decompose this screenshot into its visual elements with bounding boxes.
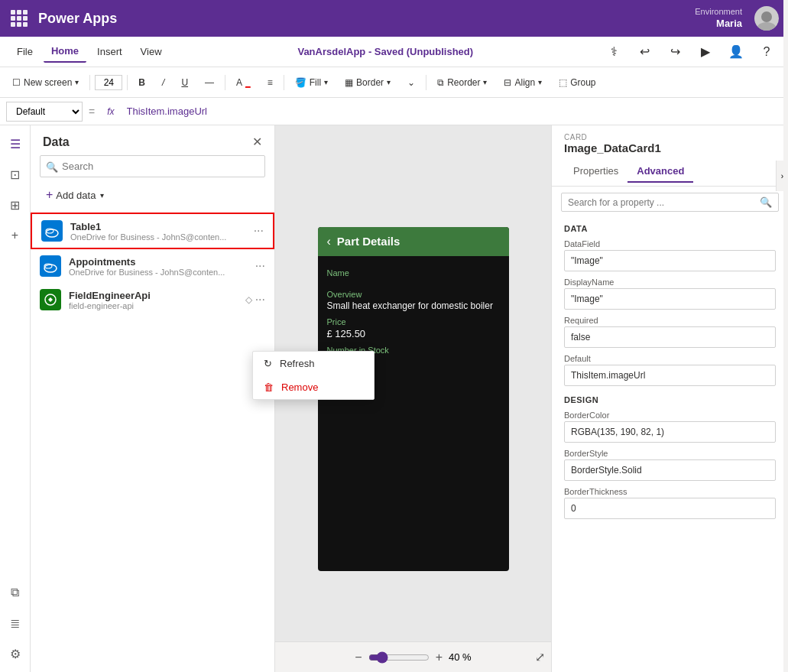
context-menu-refresh[interactable]: ↻ Refresh (253, 352, 374, 375)
search-input[interactable] (40, 155, 265, 177)
data-source-more-2[interactable]: ··· (255, 259, 265, 273)
main-layout: ☰ ⊡ ⊞ + ⧉ ≣ ⚙ Data ✕ 🔍 + Add data ▾ Ta (0, 125, 788, 672)
property-search-input[interactable] (568, 197, 755, 208)
prop-input-required[interactable] (564, 326, 776, 348)
field-overview-label: Overview (327, 290, 500, 299)
menu-right-icons: ⚕ ↩ ↪ ▶ 👤 ? (602, 40, 779, 64)
prop-input-borderthickness[interactable] (564, 498, 776, 519)
prop-name-datafield: DataField (564, 239, 776, 248)
font-color-button[interactable]: A_ (230, 74, 257, 91)
redo-icon[interactable]: ↪ (663, 40, 687, 64)
variables-icon[interactable]: ≣ (3, 611, 28, 635)
prop-input-bordercolor[interactable] (564, 421, 776, 443)
field-price-value: £ 125.50 (327, 328, 500, 339)
data-source-fieldapi[interactable]: FieldEngineerApi field-engineer-api ◇ ··… (31, 283, 274, 317)
property-selector[interactable]: Default (6, 102, 83, 122)
italic-button[interactable]: / (156, 74, 170, 91)
right-scrollbar[interactable] (783, 125, 788, 672)
prop-input-borderstyle[interactable] (564, 459, 776, 481)
data-source-sub-3: field-engineer-api (69, 301, 238, 310)
add-data-label: Add data (56, 190, 96, 201)
align-button[interactable]: ≡ (261, 74, 279, 91)
tab-advanced[interactable]: Advanced (627, 161, 693, 183)
waffle-icon[interactable] (9, 8, 29, 28)
zoom-slider[interactable] (368, 651, 430, 664)
data-source-sub-2: OneDrive for Business - JohnS@conten... (69, 268, 248, 277)
top-bar: Power Apps Environment Maria (0, 0, 788, 37)
debug-icon[interactable]: ⚕ (602, 40, 626, 64)
back-arrow-icon: ‹ (327, 235, 331, 248)
add-data-button[interactable]: + Add data ▾ (40, 183, 265, 206)
field-name-label: Name (327, 268, 500, 278)
group-button[interactable]: ⬚ Group (553, 74, 602, 91)
context-menu-remove[interactable]: 🗑 Remove (253, 375, 374, 399)
data-source-info-1: Table1 OneDrive for Business - JohnS@con… (70, 221, 246, 242)
fill-chevron: ▾ (324, 78, 328, 86)
reorder-button[interactable]: ⧉ Reorder ▾ (431, 74, 493, 91)
data-source-appointments[interactable]: Appointments OneDrive for Business - Joh… (31, 249, 274, 283)
toolbar-sep-5 (426, 75, 426, 90)
font-size-input[interactable] (95, 75, 122, 90)
prop-input-default[interactable] (564, 365, 776, 386)
user-avatar[interactable] (754, 6, 779, 31)
play-icon[interactable]: ▶ (693, 40, 718, 64)
data-source-more-3[interactable]: ··· (255, 293, 265, 307)
equals-icon: = (89, 106, 95, 118)
share-icon[interactable]: 👤 (724, 40, 748, 64)
help-icon[interactable]: ? (754, 40, 779, 64)
chevron-down-icon: ▾ (75, 78, 79, 86)
fill-button[interactable]: 🪣 Fill ▾ (289, 74, 334, 91)
components-icon[interactable]: ⧉ (3, 580, 28, 605)
expand-button[interactable]: ⌄ (401, 74, 421, 91)
menu-view[interactable]: View (133, 41, 170, 62)
prop-displayname: DisplayName (552, 274, 788, 313)
undo-icon[interactable]: ↩ (632, 40, 657, 64)
refresh-icon: ↻ (264, 358, 272, 369)
diamond-icon: ◇ (245, 294, 252, 305)
card-label: CARD (564, 133, 776, 141)
data-icon[interactable]: ⊞ (3, 193, 28, 217)
add-data-chevron: ▾ (100, 191, 104, 200)
zoom-plus-button[interactable]: + (436, 651, 443, 664)
underline-button[interactable]: U (175, 74, 194, 91)
formula-bar: Default = fx (0, 98, 788, 125)
prop-name-bordercolor: BorderColor (564, 411, 776, 420)
align-items-button[interactable]: ⊟ Align ▾ (498, 74, 548, 91)
prop-input-datafield[interactable] (564, 250, 776, 271)
toolbar-sep-4 (284, 75, 284, 90)
svg-point-0 (761, 11, 772, 22)
toolbar: ☐ New screen ▾ B / U — A_ ≡ 🪣 Fill ▾ ▦ B… (0, 67, 788, 98)
new-screen-button[interactable]: ☐ New screen ▾ (6, 74, 85, 91)
device-header: ‹ Part Details (318, 227, 509, 256)
strikethrough-button[interactable]: — (199, 74, 220, 91)
menu-home[interactable]: Home (44, 41, 86, 63)
settings-icon[interactable]: ⚙ (3, 641, 28, 666)
data-source-name-3: FieldEngineerApi (69, 290, 238, 301)
layers-icon[interactable]: ⊡ (3, 162, 28, 187)
expand-icon[interactable]: ⤢ (535, 650, 545, 664)
hamburger-icon[interactable]: ☰ (3, 131, 28, 156)
toolbar-sep-3 (225, 75, 225, 90)
border-icon: ▦ (345, 77, 353, 88)
search-icon: 🔍 (46, 161, 58, 172)
menu-insert[interactable]: Insert (89, 41, 130, 62)
screen-icon: ☐ (12, 77, 21, 88)
menu-file[interactable]: File (9, 41, 41, 62)
border-button[interactable]: ▦ Border ▾ (339, 74, 397, 91)
align-chevron: ▾ (538, 78, 542, 86)
prop-input-displayname[interactable] (564, 288, 776, 310)
environment-block: Environment Maria (695, 6, 742, 30)
tab-properties[interactable]: Properties (564, 161, 627, 183)
data-source-table1[interactable]: Table1 OneDrive for Business - JohnS@con… (31, 213, 274, 249)
close-icon[interactable]: ✕ (252, 135, 262, 149)
menu-bar: File Home Insert View VanArsdelApp - Sav… (0, 37, 788, 67)
data-source-more-1[interactable]: ··· (254, 224, 264, 238)
onedrive-icon-2 (40, 255, 61, 277)
prop-default: Default (552, 351, 788, 389)
zoom-minus-button[interactable]: − (355, 651, 362, 664)
prop-name-borderstyle: BorderStyle (564, 449, 776, 458)
plus-icon: + (46, 188, 53, 202)
formula-input[interactable] (127, 106, 782, 117)
bold-button[interactable]: B (132, 74, 151, 91)
plus-icon[interactable]: + (3, 223, 28, 248)
